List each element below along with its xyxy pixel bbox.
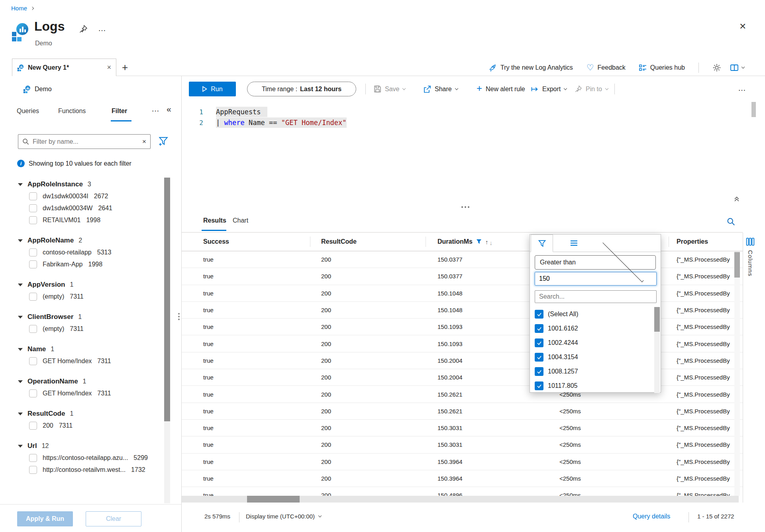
- add-filter-funnel-icon[interactable]: [158, 136, 168, 148]
- scope-selector[interactable]: Demo: [23, 82, 52, 96]
- filter-value-row[interactable]: GET Home/Index7311: [29, 355, 161, 367]
- filter-value-row[interactable]: Fabrikam-App1998: [29, 258, 161, 270]
- filter-value-row[interactable]: dw1sdwk00034W2641: [29, 202, 161, 214]
- panel-resize-handle[interactable]: [178, 313, 180, 315]
- time-range-picker[interactable]: Time range : Last 12 hours: [247, 82, 356, 96]
- apply-run-button[interactable]: Apply & Run: [17, 511, 73, 526]
- table-row[interactable]: true 200 150.3031 <250ms {"_MS.Processed…: [182, 420, 743, 436]
- filter-search-input[interactable]: [33, 138, 139, 145]
- checkbox-unchecked-icon[interactable]: [29, 192, 37, 200]
- editor-line-2[interactable]: 2 | where Name == "GET Home/Index": [182, 117, 347, 128]
- columns-panel-icon[interactable]: [746, 237, 755, 248]
- filter-funnel-active-icon[interactable]: [476, 239, 482, 244]
- table-row[interactable]: true 200 150.2621 <250ms {"_MS.Processed…: [182, 403, 743, 420]
- checkbox-unchecked-icon[interactable]: [29, 389, 37, 397]
- toolbar-ellipsis-button[interactable]: …: [738, 84, 747, 93]
- workspace-layout-button[interactable]: [730, 64, 744, 72]
- filter-value-row[interactable]: GET Home/Index7311: [29, 387, 161, 399]
- checkbox-unchecked-icon[interactable]: [29, 293, 37, 301]
- new-alert-rule-button[interactable]: + New alert rule: [477, 82, 525, 96]
- clear-search-icon[interactable]: ×: [142, 138, 146, 146]
- feedback-button[interactable]: ♡ Feedback: [586, 63, 626, 72]
- filter-group-header[interactable]: AppVersion 1: [18, 279, 161, 291]
- checkbox-checked-icon[interactable]: [535, 310, 543, 319]
- popup-scrollbar[interactable]: [654, 307, 660, 393]
- checkbox-unchecked-icon[interactable]: [29, 422, 37, 430]
- filter-option[interactable]: 1004.3154: [530, 350, 661, 364]
- filter-value-row[interactable]: contoso-retailapp5313: [29, 246, 161, 258]
- table-row[interactable]: true 200 150.3964 <250ms {"_MS.Processed…: [182, 454, 743, 470]
- filter-value-row[interactable]: (empty)7311: [29, 323, 161, 335]
- clear-button[interactable]: Clear: [86, 511, 141, 526]
- gear-icon[interactable]: [712, 63, 721, 72]
- popup-tab-filter[interactable]: [531, 235, 553, 252]
- export-button[interactable]: Export: [531, 82, 567, 96]
- filter-value-row[interactable]: dw1sdwk00034I2672: [29, 190, 161, 202]
- checkbox-checked-icon[interactable]: [535, 381, 543, 390]
- columns-panel-label[interactable]: Columns: [747, 250, 754, 276]
- checkbox-unchecked-icon[interactable]: [29, 204, 37, 212]
- filter-value-row[interactable]: (empty)7311: [29, 291, 161, 303]
- popup-tab-menu[interactable]: [563, 235, 585, 252]
- blade-ellipsis-button[interactable]: …: [98, 24, 107, 33]
- filter-group-header[interactable]: AppRoleInstance 3: [18, 178, 161, 190]
- sort-asc-icon[interactable]: ↑: [485, 239, 488, 245]
- column-header-properties[interactable]: Properties: [677, 238, 743, 245]
- queries-hub-button[interactable]: Queries hub: [639, 64, 685, 72]
- checkbox-unchecked-icon[interactable]: [29, 325, 37, 333]
- filter-option[interactable]: 1001.6162: [530, 321, 661, 336]
- checkbox-unchecked-icon[interactable]: [29, 260, 37, 268]
- sidebar-scrollbar[interactable]: [164, 178, 170, 503]
- filter-group-header[interactable]: ResultCode 1: [18, 408, 161, 420]
- sidebar-tab-queries[interactable]: Queries: [17, 108, 39, 115]
- run-button[interactable]: Run: [189, 82, 236, 96]
- display-time-dropdown[interactable]: Display time (UTC+00:00): [246, 513, 321, 520]
- add-tab-button[interactable]: +: [122, 61, 128, 74]
- table-row[interactable]: true 200 150.3964 <250ms {"_MS.Processed…: [182, 470, 743, 487]
- pin-blade-icon[interactable]: [79, 25, 88, 35]
- checkbox-unchecked-icon[interactable]: [29, 357, 37, 365]
- sidebar-tab-functions[interactable]: Functions: [58, 108, 86, 115]
- share-button[interactable]: Share: [423, 82, 458, 96]
- filter-value-row[interactable]: http://contoso-retailvm.west...1732: [29, 464, 161, 476]
- tab-results[interactable]: Results: [203, 217, 226, 224]
- filter-option[interactable]: (Select All): [530, 307, 661, 321]
- filter-group-header[interactable]: OperationName 1: [18, 376, 161, 387]
- breadcrumb-home-link[interactable]: Home: [11, 5, 27, 12]
- filter-value-row[interactable]: 2007311: [29, 420, 161, 432]
- checkbox-checked-icon[interactable]: [535, 353, 543, 362]
- sort-desc-icon[interactable]: ↓: [490, 239, 493, 246]
- collapse-sidebar-icon[interactable]: «: [167, 104, 171, 114]
- tab-chart[interactable]: Chart: [233, 217, 248, 224]
- column-header-success[interactable]: Success: [203, 238, 321, 245]
- checkbox-unchecked-icon[interactable]: [29, 216, 37, 224]
- query-details-link[interactable]: Query details: [633, 513, 670, 520]
- filter-value-row[interactable]: RETAILVM011998: [29, 214, 161, 226]
- save-button[interactable]: Save: [374, 82, 405, 96]
- table-row[interactable]: true 200 150.4896 <250ms {"_MS.Processed…: [182, 487, 743, 496]
- checkbox-checked-icon[interactable]: [535, 324, 543, 333]
- editor-line-1[interactable]: 1 AppRequests: [182, 106, 267, 117]
- query-tab[interactable]: New Query 1* ×: [12, 59, 116, 76]
- filter-group-header[interactable]: Name 1: [18, 343, 161, 355]
- close-blade-icon[interactable]: ×: [740, 20, 746, 33]
- filter-group-header[interactable]: AppRoleName 2: [18, 235, 161, 246]
- sidebar-ellipsis-button[interactable]: …: [151, 104, 160, 113]
- table-horizontal-scrollbar[interactable]: [182, 496, 739, 503]
- filter-group-header[interactable]: Url 12: [18, 440, 161, 452]
- search-results-icon[interactable]: [727, 217, 735, 227]
- table-row[interactable]: true 200 150.3031 <250ms {"_MS.Processed…: [182, 436, 743, 453]
- filter-operator-select[interactable]: Greater than: [535, 255, 656, 270]
- checkbox-unchecked-icon[interactable]: [29, 454, 37, 462]
- column-header-resultcode[interactable]: ResultCode: [321, 238, 437, 245]
- filter-option[interactable]: 1002.4244: [530, 336, 661, 350]
- editor-scrollbar[interactable]: [751, 102, 756, 117]
- checkbox-checked-icon[interactable]: [535, 367, 543, 376]
- checkbox-unchecked-icon[interactable]: [29, 466, 37, 474]
- checkbox-unchecked-icon[interactable]: [29, 248, 37, 256]
- pin-to-button[interactable]: Pin to: [575, 82, 608, 96]
- filter-value-row[interactable]: https://contoso-retailapp.azu...5299: [29, 452, 161, 464]
- filter-option[interactable]: 10117.805: [530, 379, 661, 393]
- checkbox-checked-icon[interactable]: [535, 338, 543, 347]
- collapse-editor-icon[interactable]: [733, 195, 740, 204]
